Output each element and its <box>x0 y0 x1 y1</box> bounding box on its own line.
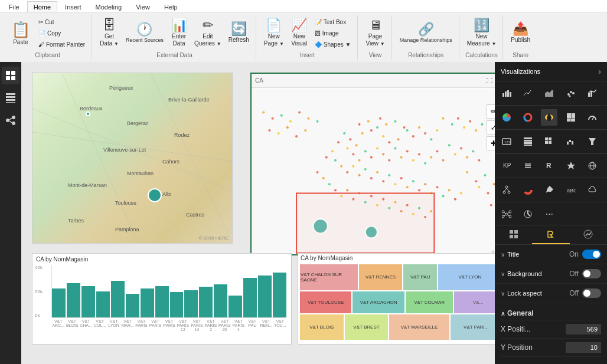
viz-icon-network[interactable] <box>498 206 515 222</box>
scatter-zoom-out[interactable]: ⤢ <box>487 120 495 135</box>
recent-sources-button[interactable]: 🕐 Recent Sources <box>123 15 167 51</box>
svg-point-189 <box>505 213 508 215</box>
recent-sources-label: Recent Sources <box>126 37 164 44</box>
tab-home[interactable]: Home <box>27 1 57 12</box>
viz-icon-card[interactable]: 123 <box>498 133 515 150</box>
viz-icon-treemap[interactable] <box>563 109 579 126</box>
viz-panel-expand[interactable]: › <box>598 67 601 76</box>
viz-icon-r-visual[interactable]: R <box>541 158 557 174</box>
svg-point-137 <box>304 129 306 132</box>
title-toggle[interactable] <box>582 250 601 259</box>
bar-1 <box>52 288 66 317</box>
format-tab-analytics[interactable] <box>570 225 607 244</box>
svg-point-45 <box>358 159 361 162</box>
copy-button[interactable]: 📄 Copy <box>35 28 88 38</box>
viz-icon-combo[interactable] <box>584 85 601 101</box>
svg-point-43 <box>346 147 348 149</box>
tab-modeling[interactable]: Modeling <box>89 1 129 12</box>
bar-chart-visual[interactable]: CA by NomMagasin 40k 20k 0k <box>32 253 292 345</box>
cut-button[interactable]: ✂ Cut <box>35 17 88 27</box>
viz-icon-funnel[interactable] <box>584 133 601 150</box>
svg-marker-145 <box>545 90 553 97</box>
refresh-icon: 🔄 <box>231 22 247 35</box>
publish-button[interactable]: 📤 Publish <box>508 15 533 51</box>
svg-point-82 <box>418 189 420 191</box>
y-position-input[interactable] <box>566 342 601 353</box>
svg-point-57 <box>430 156 432 159</box>
tab-help[interactable]: Help <box>158 1 184 12</box>
background-label: Background <box>507 270 542 277</box>
format-tab-format[interactable] <box>532 225 569 244</box>
format-tab-fields[interactable] <box>495 225 532 244</box>
x-position-input[interactable] <box>566 324 601 335</box>
viz-icons-row4: KPI R <box>495 154 607 178</box>
image-button[interactable]: 🖼 Image <box>312 28 354 38</box>
format-painter-button[interactable]: 🖌 Format Painter <box>35 39 88 50</box>
treemap-visual[interactable]: CA by NomMagasin V&T CHALON SUR SAONE V&… <box>298 253 495 345</box>
tab-view[interactable]: View <box>129 1 156 12</box>
scatter-expand-icon[interactable]: ⛶ <box>487 77 492 84</box>
svg-point-81 <box>412 180 415 182</box>
background-toggle[interactable] <box>582 269 601 278</box>
report-view-button[interactable] <box>2 67 19 84</box>
page-view-button[interactable]: 🖥 PageView ▼ <box>363 15 387 51</box>
new-measure-button[interactable]: 🔢 NewMeasure ▼ <box>464 15 500 51</box>
viz-icon-gauge[interactable] <box>584 109 601 126</box>
tab-insert[interactable]: Insert <box>58 1 88 12</box>
viz-icon-map-filled[interactable] <box>541 109 557 126</box>
text-box-button[interactable]: 📝 Text Box <box>312 17 354 27</box>
svg-point-79 <box>400 177 403 179</box>
viz-icon-abc[interactable]: aBC <box>563 182 579 198</box>
treemap-cell-lyon: V&T LYON <box>438 264 495 291</box>
enter-data-button[interactable]: 📊 EnterData <box>168 15 190 51</box>
viz-icon-scatter[interactable] <box>563 85 579 101</box>
new-page-button[interactable]: 📄 NewPage ▼ <box>261 15 287 51</box>
scatter-visual[interactable]: CA ⛶ ··· <box>250 73 495 255</box>
viz-icon-matrix[interactable] <box>541 133 557 150</box>
svg-point-24 <box>370 129 373 132</box>
viz-icon-slicer[interactable] <box>520 158 536 174</box>
refresh-button[interactable]: 🔄 Refresh <box>226 15 252 51</box>
treemap-cell-colmar: V&T COLMAR <box>405 291 454 314</box>
svg-line-185 <box>504 188 507 191</box>
svg-point-9 <box>12 116 15 119</box>
viz-icon-line[interactable] <box>520 85 536 101</box>
viz-icons-row1 <box>495 81 607 106</box>
canvas-area[interactable]: Périgueux Brive-la-Gaillarde Bordeaux Be… <box>21 62 495 364</box>
general-section: ∧ General X Positi... Y Position <box>495 303 607 359</box>
viz-icon-pie[interactable] <box>498 109 515 126</box>
svg-point-95 <box>346 189 348 191</box>
treemap-cell-pau: V&T PAU <box>403 264 437 291</box>
viz-icon-hierarchy[interactable] <box>498 182 515 198</box>
new-visual-button[interactable]: 📈 NewVisual <box>288 15 311 51</box>
tab-file[interactable]: File <box>2 1 26 12</box>
data-view-button[interactable] <box>2 89 19 107</box>
viz-icon-cloud[interactable] <box>584 182 601 198</box>
viz-icon-radial[interactable] <box>520 206 536 222</box>
viz-icon-custom[interactable] <box>563 158 579 174</box>
scatter-pan[interactable]: ✚ <box>487 136 495 150</box>
lock-aspect-toggle[interactable] <box>582 288 601 298</box>
shapes-button[interactable]: 🔷 Shapes ▼ <box>312 39 354 50</box>
viz-icon-more-visuals[interactable]: ··· <box>541 206 557 222</box>
svg-point-30 <box>382 135 384 137</box>
viz-icon-table[interactable] <box>520 133 536 150</box>
model-view-button[interactable] <box>2 112 19 129</box>
viz-icon-stacked-bar[interactable] <box>498 85 515 101</box>
viz-icon-donut2[interactable] <box>520 182 536 198</box>
scatter-zoom-in[interactable]: ✏ <box>487 104 495 119</box>
get-data-button[interactable]: 🗄 GetData ▼ <box>97 15 122 51</box>
manage-relationships-button[interactable]: 🔗 Manage Relationships <box>397 15 455 51</box>
viz-icon-area[interactable] <box>541 85 557 101</box>
viz-icon-waterfall[interactable] <box>563 133 579 150</box>
image-label: Image <box>322 30 339 37</box>
paste-button[interactable]: 📋 Paste <box>7 15 34 51</box>
map-visual[interactable]: Périgueux Brive-la-Gaillarde Bordeaux Be… <box>32 73 233 244</box>
viz-icon-kpi[interactable]: KPI <box>498 158 515 174</box>
get-data-icon: 🗄 <box>103 19 116 32</box>
viz-icon-globe[interactable] <box>584 158 601 174</box>
viz-icon-donut[interactable] <box>520 109 536 126</box>
edit-queries-button[interactable]: ✏ EditQueries ▼ <box>191 15 224 51</box>
viz-icon-paint[interactable] <box>541 182 557 198</box>
external-data-group: 🗄 GetData ▼ 🕐 Recent Sources 📊 EnterData… <box>93 15 256 60</box>
